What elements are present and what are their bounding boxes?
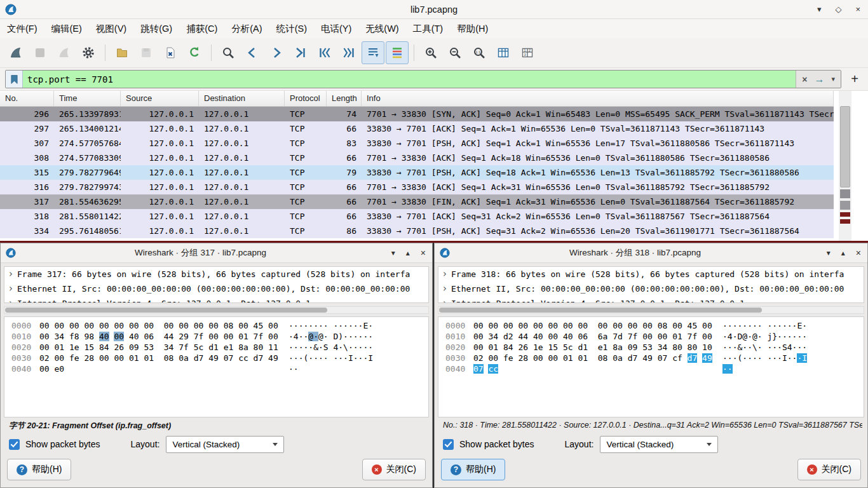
menu-view[interactable]: 视图(V) xyxy=(89,19,133,38)
hex-dump[interactable]: 000000 00 00 00 00 00 00 00 00 00 00 00 … xyxy=(4,316,429,417)
hex-bytes[interactable]: 00 00 00 00 00 00 00 00 00 00 00 00 08 0… xyxy=(473,320,722,331)
column-header-length[interactable]: Length xyxy=(327,91,362,106)
add-filter-button[interactable]: + xyxy=(846,72,863,86)
menu-tools[interactable]: 工具(T) xyxy=(406,19,451,38)
hex-ascii[interactable]: ········ ······E· xyxy=(288,320,373,331)
hex-ascii[interactable]: ·4·D@·@· j}······ xyxy=(722,331,807,342)
capture-options-button[interactable] xyxy=(77,41,100,64)
hex-bytes[interactable]: 02 00 fe 28 00 00 01 01 08 0a d7 49 07 c… xyxy=(473,353,722,363)
maximize-icon[interactable]: ◇ xyxy=(835,4,841,14)
expand-icon[interactable]: › xyxy=(4,267,17,281)
show-packet-bytes-checkbox[interactable] xyxy=(443,439,454,450)
colorize-button[interactable] xyxy=(386,41,409,64)
column-header-time[interactable]: Time xyxy=(54,91,121,106)
hex-ascii[interactable]: ·····&·S 4·\····· xyxy=(288,342,373,353)
hex-row[interactable]: 001000 34 d2 44 40 00 40 06 6a 7d 7f 00 … xyxy=(445,331,864,342)
hex-ascii[interactable]: ···(···· ···I···I xyxy=(722,353,807,363)
filter-text[interactable]: tcp.port == 7701 xyxy=(23,74,796,85)
hex-bytes[interactable]: 02 00 fe 28 00 00 01 01 08 0a d7 49 07 c… xyxy=(39,353,288,363)
close-icon[interactable]: × xyxy=(855,4,860,14)
hex-row[interactable]: 000000 00 00 00 00 00 00 00 00 00 00 00 … xyxy=(445,320,864,331)
normal-size-button[interactable]: 1:1 xyxy=(468,41,491,64)
close-file-button[interactable] xyxy=(159,41,182,64)
close-button[interactable]: ×关闭(C) xyxy=(362,459,426,480)
hex-row[interactable]: 002000 01 84 26 1e 15 5c d1 e1 8a 09 53 … xyxy=(445,342,864,353)
hex-ascii[interactable]: ···(···· ···I···I xyxy=(288,353,373,363)
minimize-icon[interactable]: ▾ xyxy=(827,248,831,257)
expand-icon[interactable]: › xyxy=(438,281,451,296)
tree-row-clipped[interactable]: ›Internet Protocol Version 4, Src: 127.0… xyxy=(438,296,864,303)
resize-columns-button[interactable] xyxy=(492,41,515,64)
maximize-icon[interactable]: ▴ xyxy=(406,248,410,257)
help-button[interactable]: ?帮助(H) xyxy=(441,459,505,480)
minimize-icon[interactable]: ▾ xyxy=(817,4,822,14)
hex-row[interactable]: 001000 34 f8 98 40 00 40 06 44 29 7f 00 … xyxy=(11,331,428,342)
packet-row-315[interactable]: 315279.782779649127.0.0.1127.0.0.1TCP793… xyxy=(0,165,834,180)
menu-capture[interactable]: 捕获(C) xyxy=(179,19,224,38)
packet-row-318[interactable]: 318281.558011422127.0.0.1127.0.0.1TCP663… xyxy=(0,209,834,224)
hex-bytes[interactable]: 00 e0 xyxy=(39,363,288,374)
packet-list-scrollbar[interactable] xyxy=(839,91,851,241)
expand-icon[interactable]: › xyxy=(438,267,451,281)
hex-row[interactable]: 004000 e0·· xyxy=(11,363,428,374)
menu-analyze[interactable]: 分析(A) xyxy=(224,19,269,38)
close-icon[interactable]: × xyxy=(856,248,861,258)
menu-statistics[interactable]: 统计(S) xyxy=(269,19,314,38)
find-packet-button[interactable] xyxy=(217,41,240,64)
hex-bytes[interactable]: 00 01 84 26 1e 15 5c d1 e1 8a 09 53 34 8… xyxy=(473,342,722,353)
tree-row[interactable]: ›Frame 318: 66 bytes on wire (528 bits),… xyxy=(438,267,864,281)
tree-row-clipped[interactable]: ›Internet Protocol Version 4, Src: 127.0… xyxy=(4,296,428,303)
packet-row-334[interactable]: 334295.761480561127.0.0.1127.0.0.1TCP863… xyxy=(0,224,834,238)
hex-row[interactable]: 000000 00 00 00 00 00 00 00 00 00 00 00 … xyxy=(11,320,428,331)
filter-bookmark-icon[interactable] xyxy=(6,71,23,88)
close-icon[interactable]: × xyxy=(421,248,426,258)
expand-icon[interactable]: › xyxy=(4,281,17,296)
tree-hscrollbar[interactable] xyxy=(4,306,429,314)
show-packet-bytes-checkbox[interactable] xyxy=(9,439,20,450)
packet-row-316[interactable]: 316279.782799743127.0.0.1127.0.0.1TCP667… xyxy=(0,180,834,194)
menu-wireless[interactable]: 无线(W) xyxy=(358,19,405,38)
column-header-info[interactable]: Info xyxy=(362,91,834,106)
column-header-source[interactable]: Source xyxy=(121,91,199,106)
hex-ascii[interactable]: ·· xyxy=(722,363,733,374)
packet-row-308[interactable]: 308274.577083309127.0.0.1127.0.0.1TCP667… xyxy=(0,151,834,165)
hex-bytes[interactable]: 07 cc xyxy=(473,363,722,374)
packet-row-307[interactable]: 307274.577057684127.0.0.1127.0.0.1TCP833… xyxy=(0,136,834,151)
packet-row-296[interactable]: 296265.133978931127.0.0.1127.0.0.1TCP747… xyxy=(0,107,834,121)
hex-bytes[interactable]: 00 01 1e 15 84 26 09 53 34 7f 5c d1 e1 8… xyxy=(39,342,288,353)
window-titlebar[interactable]: lib7.pcapng ▾ ◇ × xyxy=(0,0,868,19)
filter-apply-icon[interactable]: → xyxy=(814,74,824,85)
go-to-packet-button[interactable] xyxy=(289,41,312,64)
column-header-protocol[interactable]: Protocol xyxy=(285,91,327,106)
tree-row[interactable]: ›Ethernet II, Src: 00:00:00_00:00:00 (00… xyxy=(438,281,864,296)
hex-row[interactable]: 003002 00 fe 28 00 00 01 01 08 0a d7 49 … xyxy=(11,353,428,363)
auto-scroll-button[interactable] xyxy=(362,41,384,64)
protocol-tree[interactable]: ›Frame 318: 66 bytes on wire (528 bits),… xyxy=(438,266,864,303)
hex-row[interactable]: 004007 cc·· xyxy=(445,363,864,374)
help-button[interactable]: ?帮助(H) xyxy=(7,459,71,480)
last-packet-button[interactable] xyxy=(337,41,360,64)
display-filter-input[interactable]: tcp.port == 7701 × → ▾ xyxy=(5,70,841,88)
scrollbar-thumb[interactable] xyxy=(840,106,850,187)
menu-go[interactable]: 跳转(G) xyxy=(133,19,179,38)
hex-bytes[interactable]: 00 34 d2 44 40 00 40 06 6a 7d 7f 00 00 0… xyxy=(473,331,722,342)
scrollbar-thumb[interactable] xyxy=(439,308,762,313)
numbered-columns-button[interactable]: 123 xyxy=(516,41,539,64)
start-capture-button[interactable] xyxy=(4,41,27,64)
zoom-out-button[interactable] xyxy=(444,41,466,64)
reload-button[interactable] xyxy=(183,41,206,64)
tree-hscrollbar[interactable] xyxy=(438,306,864,314)
close-button[interactable]: ×关闭(C) xyxy=(797,459,861,480)
protocol-tree[interactable]: ›Frame 317: 66 bytes on wire (528 bits),… xyxy=(4,266,429,303)
tree-row[interactable]: ›Frame 317: 66 bytes on wire (528 bits),… xyxy=(4,267,428,281)
scrollbar-thumb[interactable] xyxy=(5,308,327,313)
open-file-button[interactable] xyxy=(111,41,133,64)
hex-bytes[interactable]: 00 00 00 00 00 00 00 00 00 00 00 00 08 0… xyxy=(39,320,288,331)
detail-titlebar[interactable]: Wireshark · 分组 318 · lib7.pcapng▾▴× xyxy=(435,243,867,263)
first-packet-button[interactable] xyxy=(313,41,336,64)
minimize-icon[interactable]: ▾ xyxy=(391,248,395,257)
packet-row-317[interactable]: 317281.554636295127.0.0.1127.0.0.1TCP667… xyxy=(0,194,834,209)
tree-row[interactable]: ›Ethernet II, Src: 00:00:00_00:00:00 (00… xyxy=(4,281,428,296)
hex-row[interactable]: 002000 01 1e 15 84 26 09 53 34 7f 5c d1 … xyxy=(11,342,428,353)
column-header-no[interactable]: No. xyxy=(0,91,54,106)
